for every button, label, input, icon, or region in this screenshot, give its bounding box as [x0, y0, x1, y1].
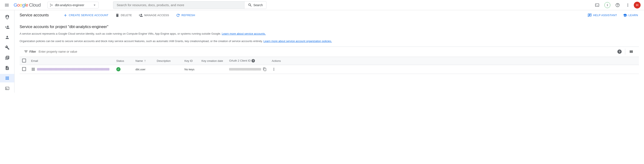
rail-person[interactable]	[3, 33, 12, 42]
page-title: Service accounts	[20, 13, 49, 17]
copy-icon	[263, 67, 267, 71]
cloud-shell-button[interactable]	[593, 1, 602, 9]
action-bar: Service accounts CREATE SERVICE ACCOUNT …	[14, 10, 644, 20]
row-keycreation	[199, 65, 226, 74]
service-accounts-table: Email Status Name↑ Description Key ID Ke…	[20, 57, 639, 74]
logo-cloud-text: Cloud	[29, 2, 41, 8]
project-name: dbt-analytics-engineer	[55, 3, 91, 7]
filter-bar: Filter ?	[20, 47, 639, 57]
wrench-icon	[5, 45, 10, 50]
delete-button[interactable]: DELETE	[114, 12, 133, 19]
person-add-icon	[5, 25, 10, 29]
person-icon	[5, 35, 10, 40]
col-status[interactable]: Status	[114, 57, 133, 65]
learn-more-org-link[interactable]: Learn more about service account organiz…	[264, 40, 332, 43]
rail-page[interactable]	[3, 64, 12, 72]
filter-label: Filter	[21, 50, 36, 54]
card-icon	[5, 86, 10, 91]
filter-icon	[24, 50, 28, 54]
chevron-down-icon	[92, 3, 97, 7]
refresh-icon	[176, 13, 180, 17]
refresh-button[interactable]: REFRESH	[175, 12, 196, 19]
learn-button[interactable]: LEARN	[622, 12, 639, 19]
person-add-icon	[139, 13, 143, 17]
create-service-account-button[interactable]: CREATE SERVICE ACCOUNT	[62, 12, 109, 19]
notifications-button[interactable]: 1	[603, 1, 612, 9]
subheading: Service accounts for project "dbt-analyt…	[20, 25, 639, 29]
rail-labels[interactable]	[3, 84, 12, 93]
header-right: 1 H	[593, 1, 642, 9]
filter-input[interactable]	[38, 50, 612, 53]
service-account-icon	[5, 76, 10, 81]
search-input[interactable]	[113, 3, 244, 7]
google-cloud-logo[interactable]: Google Cloud	[14, 2, 41, 8]
select-all-checkbox[interactable]	[22, 59, 26, 63]
redacted-email[interactable]	[37, 68, 110, 71]
search-icon	[248, 3, 252, 7]
help-dot-icon[interactable]: ?	[252, 59, 255, 63]
top-header: Google Cloud dbt-analytics-engineer Sear…	[0, 0, 644, 10]
help-icon	[615, 3, 620, 7]
chat-icon	[588, 13, 592, 17]
more-vert-icon	[626, 3, 630, 7]
filter-help-button[interactable]: ?	[615, 47, 623, 56]
col-keycreation[interactable]: Key creation date	[199, 57, 226, 65]
manage-access-button[interactable]: MANAGE ACCESS	[138, 12, 170, 19]
help-assistant-button[interactable]: HELP ASSISTANT	[587, 12, 618, 19]
help-button[interactable]	[613, 1, 622, 9]
search-box: Search	[113, 1, 266, 9]
more-button[interactable]	[624, 1, 632, 9]
sort-asc-icon: ↑	[144, 59, 146, 63]
project-icon	[50, 3, 53, 7]
row-description	[154, 65, 182, 74]
content: Service accounts for project "dbt-analyt…	[14, 20, 644, 78]
trash-icon	[115, 13, 120, 17]
row-actions-button[interactable]	[272, 67, 636, 71]
service-account-row-icon	[31, 67, 35, 71]
left-rail	[0, 10, 14, 93]
row-name: dbt.user	[133, 65, 154, 74]
hamburger-icon	[4, 2, 9, 8]
search-button-label: Search	[254, 3, 263, 7]
rail-books[interactable]	[3, 54, 12, 62]
table-header-row: Email Status Name↑ Description Key ID Ke…	[20, 57, 639, 65]
col-description[interactable]: Description	[154, 57, 182, 65]
more-vert-icon	[272, 67, 276, 71]
copy-button[interactable]	[263, 67, 267, 71]
notification-badge: 1	[604, 2, 610, 8]
search-button[interactable]: Search	[244, 1, 266, 9]
plus-icon	[63, 13, 68, 17]
rail-add-person[interactable]	[3, 23, 12, 31]
avatar[interactable]: H	[634, 2, 640, 8]
terminal-icon	[595, 3, 600, 7]
library-icon	[5, 55, 10, 60]
col-actions: Actions	[269, 57, 639, 65]
table-row: ✓ dbt.user No keys	[20, 65, 639, 74]
menu-button[interactable]	[2, 0, 12, 10]
rail-wrench[interactable]	[3, 43, 12, 52]
learn-more-sa-link[interactable]: Learn more about service accounts.	[222, 32, 266, 35]
col-name[interactable]: Name↑	[133, 57, 154, 65]
main: Service accounts CREATE SERVICE ACCOUNT …	[14, 10, 644, 93]
school-icon	[623, 13, 627, 17]
row-keyid: No keys	[182, 65, 199, 74]
project-selector[interactable]: dbt-analytics-engineer	[48, 2, 98, 8]
col-oauth[interactable]: OAuth 2 Client ID?	[226, 57, 269, 65]
rail-iam-icon[interactable]	[3, 13, 12, 21]
row-checkbox[interactable]	[22, 67, 26, 71]
column-selector-button[interactable]	[627, 47, 636, 56]
desc-1: A service account represents a Google Cl…	[20, 32, 639, 36]
page-icon	[5, 66, 10, 70]
help-dot-icon: ?	[618, 50, 622, 54]
redacted-oauth	[229, 68, 261, 71]
shield-person-icon	[5, 14, 10, 19]
desc-2: Organization policies can be used to sec…	[20, 39, 639, 44]
rail-service-accounts[interactable]	[0, 74, 14, 82]
col-email[interactable]: Email	[28, 57, 114, 65]
status-ok-icon: ✓	[116, 67, 120, 71]
columns-icon	[629, 50, 633, 54]
divider	[625, 49, 625, 55]
col-keyid[interactable]: Key ID	[182, 57, 199, 65]
layout: Service accounts CREATE SERVICE ACCOUNT …	[0, 10, 644, 93]
